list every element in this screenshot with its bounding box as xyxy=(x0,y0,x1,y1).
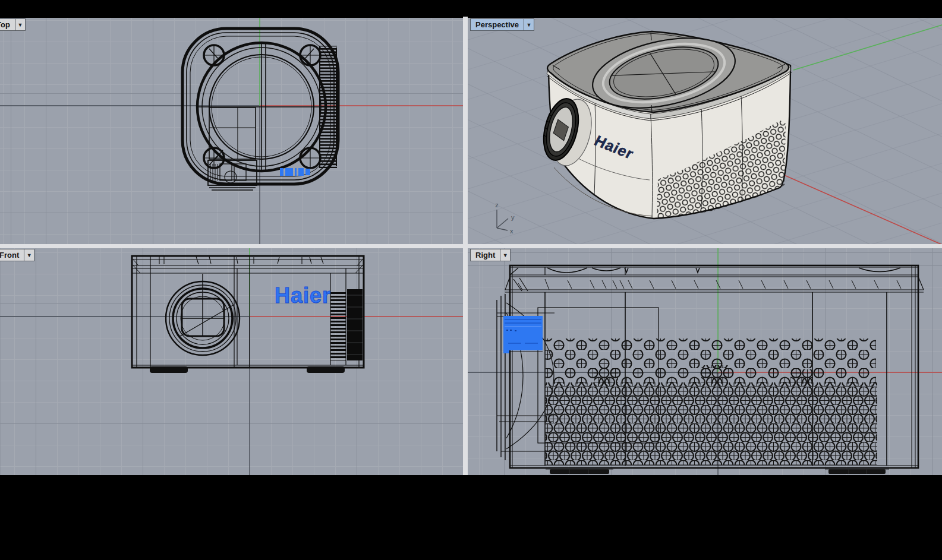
gizmo-y-label: y xyxy=(511,214,515,221)
chevron-down-icon: ▼ xyxy=(17,22,23,28)
model-wireframe-right xyxy=(497,265,924,474)
axis-y-perspective xyxy=(793,25,942,70)
viewport-front[interactable]: Haier Front ▼ xyxy=(0,248,463,475)
perforations-dense xyxy=(546,382,877,465)
viewport-canvas-top[interactable] xyxy=(0,18,463,244)
viewport-label-perspective[interactable]: Perspective ▼ xyxy=(470,18,534,31)
viewport-label-front[interactable]: Front ▼ xyxy=(0,249,34,261)
viewport-menu-arrow[interactable]: ▼ xyxy=(500,249,511,261)
chevron-down-icon: ▼ xyxy=(527,22,532,28)
viewport-menu-arrow[interactable]: ▼ xyxy=(15,18,26,31)
viewport-splitter-horizontal[interactable] xyxy=(0,244,942,248)
selected-object-right[interactable] xyxy=(503,316,543,353)
top-black-bar xyxy=(0,0,942,18)
viewport-canvas-perspective[interactable]: Haier z y x xyxy=(468,18,942,244)
model-wireframe-top xyxy=(182,29,338,190)
axis-lines-front xyxy=(0,248,463,475)
chevron-down-icon: ▼ xyxy=(27,252,32,258)
model-shaded-perspective: Haier xyxy=(538,27,792,219)
viewport-canvas-front[interactable]: Haier xyxy=(0,248,463,475)
viewport-label-top[interactable]: Top ▼ xyxy=(0,18,26,31)
brand-logo-front-selected[interactable]: Haier xyxy=(275,283,331,308)
viewport-canvas-right[interactable] xyxy=(468,248,942,475)
viewport-title[interactable]: Right xyxy=(470,249,500,261)
viewport-menu-arrow[interactable]: ▼ xyxy=(24,249,34,261)
viewport-right[interactable]: Right ▼ xyxy=(468,248,942,475)
bottom-black-bar xyxy=(0,475,942,560)
model-wireframe-front xyxy=(132,256,364,373)
viewport-label-right[interactable]: Right ▼ xyxy=(470,249,511,261)
cad-app-window: Top ▼ xyxy=(0,0,942,560)
lens-front xyxy=(166,274,240,355)
viewport-title[interactable]: Top xyxy=(0,18,15,31)
viewport-title[interactable]: Perspective xyxy=(470,18,524,31)
viewport-top[interactable]: Top ▼ xyxy=(0,18,463,244)
viewport-menu-arrow[interactable]: ▼ xyxy=(524,18,534,31)
selected-object-top[interactable] xyxy=(280,168,310,176)
chevron-down-icon: ▼ xyxy=(503,252,508,258)
axis-lines-top xyxy=(0,18,463,244)
gizmo-x-label: x xyxy=(510,227,513,235)
gizmo-z-label: z xyxy=(495,201,499,208)
viewport-perspective[interactable]: Haier z y x Perspective ▼ xyxy=(468,18,942,244)
axis-gizmo: z y x xyxy=(495,201,515,235)
vent-front xyxy=(330,289,363,360)
viewport-title[interactable]: Front xyxy=(0,249,24,261)
